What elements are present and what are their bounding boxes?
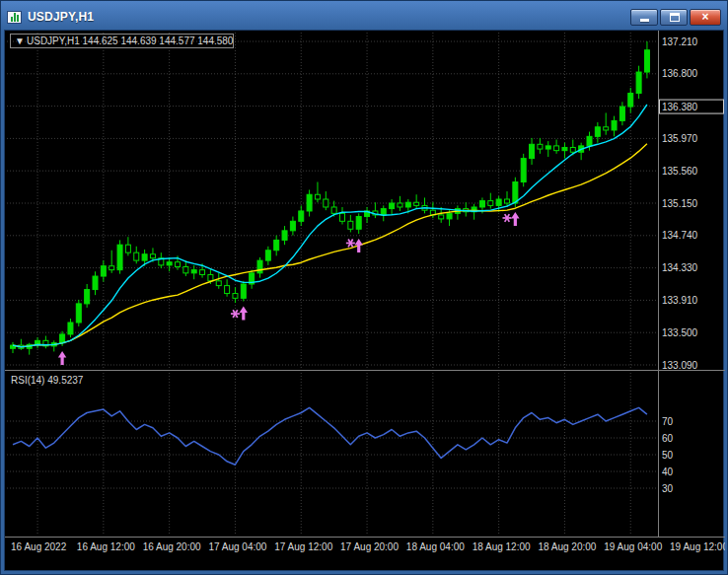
star-icon (503, 214, 512, 222)
rsi-label: RSI(14) 49.5237 (11, 375, 84, 386)
svg-text:60: 60 (662, 433, 674, 444)
grid-lines (7, 33, 656, 535)
application-window: USDJPY,H1 × 137.210136.800135.970135.560… (0, 0, 728, 575)
svg-text:50: 50 (662, 450, 674, 461)
maximize-icon (670, 13, 680, 22)
svg-text:133.500: 133.500 (662, 327, 698, 338)
slow-ma-line (13, 144, 647, 347)
svg-text:133.090: 133.090 (662, 360, 698, 371)
svg-text:18 Aug 20:00: 18 Aug 20:00 (538, 541, 596, 552)
svg-text:135.560: 135.560 (662, 166, 698, 177)
svg-text:18 Aug 04:00: 18 Aug 04:00 (406, 541, 465, 552)
close-button[interactable]: × (690, 9, 721, 26)
chart-client-area: 137.210136.800135.970135.560135.150134.7… (4, 30, 724, 571)
rsi-indicator-line (13, 407, 647, 465)
svg-text:18 Aug 12:00: 18 Aug 12:00 (473, 541, 531, 552)
current-price-tag: 136.380 (660, 100, 724, 113)
svg-text:17 Aug 04:00: 17 Aug 04:00 (208, 541, 266, 552)
svg-text:17 Aug 12:00: 17 Aug 12:00 (274, 541, 332, 552)
svg-text:70: 70 (662, 416, 674, 427)
svg-text:30: 30 (662, 483, 674, 494)
svg-text:17 Aug 20:00: 17 Aug 20:00 (340, 541, 399, 552)
buy-arrow-icon (58, 351, 66, 365)
svg-text:135.150: 135.150 (662, 198, 698, 209)
price-axis[interactable]: 137.210136.800135.970135.560135.150134.7… (660, 36, 724, 371)
svg-text:137.210: 137.210 (662, 36, 698, 47)
svg-text:135.970: 135.970 (662, 133, 698, 144)
ohlc-header-box: ▼ USDJPY,H1 144.625 144.639 144.577 144.… (11, 35, 234, 48)
time-axis[interactable]: 16 Aug 202216 Aug 12:0016 Aug 20:0017 Au… (11, 541, 725, 552)
svg-text:136.800: 136.800 (662, 68, 698, 79)
svg-text:16 Aug 20:00: 16 Aug 20:00 (143, 541, 201, 552)
window-controls: × (630, 9, 721, 26)
svg-text:19 Aug 04:00: 19 Aug 04:00 (604, 541, 662, 552)
maximize-button[interactable] (660, 9, 688, 26)
buy-arrow-icon (355, 239, 363, 252)
star-icon (346, 240, 355, 248)
rsi-axis[interactable]: 7060504030 (662, 416, 674, 494)
minimize-button[interactable] (630, 9, 658, 26)
buy-arrow-icon (511, 212, 519, 226)
ohlc-header: USDJPY,H1 144.625 144.639 144.577 144.58… (27, 36, 234, 46)
close-icon: × (701, 10, 708, 24)
chart-canvas[interactable]: 137.210136.800135.970135.560135.150134.7… (5, 31, 725, 570)
title-bar[interactable]: USDJPY,H1 × (4, 4, 724, 30)
svg-text:16 Aug 2022: 16 Aug 2022 (11, 541, 67, 552)
svg-text:40: 40 (662, 467, 674, 477)
fast-ma-line (13, 105, 647, 347)
svg-text:134.740: 134.740 (662, 230, 698, 241)
chart-window-icon (7, 11, 22, 24)
buy-arrow-icon (240, 307, 248, 321)
svg-text:136.380: 136.380 (662, 102, 698, 112)
svg-text:16 Aug 12:00: 16 Aug 12:00 (77, 541, 135, 552)
signal-markers (58, 212, 520, 365)
window-title: USDJPY,H1 (28, 10, 94, 24)
svg-text:134.330: 134.330 (662, 262, 698, 273)
minimize-icon (640, 19, 649, 22)
collapse-icon[interactable]: ▼ (15, 36, 25, 46)
svg-text:19 Aug 12:00: 19 Aug 12:00 (670, 541, 725, 552)
svg-text:133.910: 133.910 (662, 295, 698, 306)
